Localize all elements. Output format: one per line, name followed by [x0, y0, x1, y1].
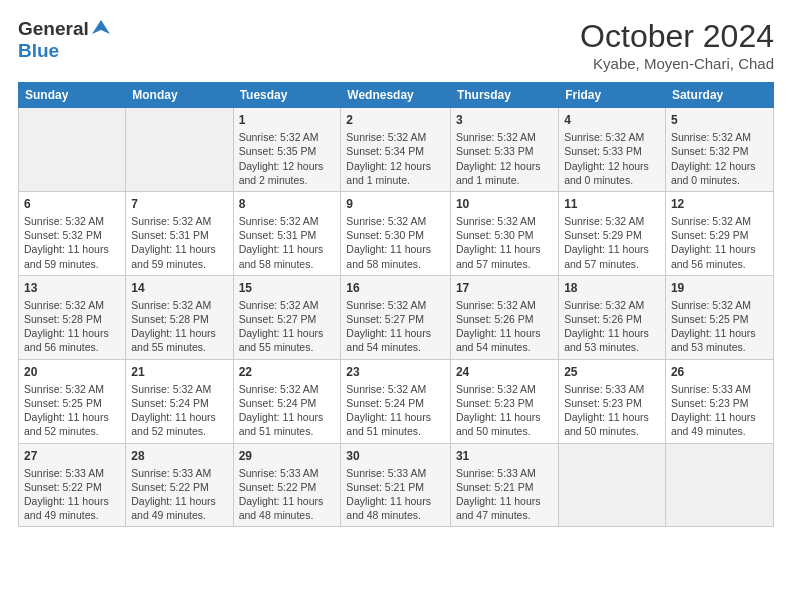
cell-details: Sunrise: 5:32 AMSunset: 5:32 PMDaylight:…	[671, 130, 768, 187]
day-header-sunday: Sunday	[19, 83, 126, 108]
calendar-cell: 17Sunrise: 5:32 AMSunset: 5:26 PMDayligh…	[450, 275, 558, 359]
day-header-wednesday: Wednesday	[341, 83, 451, 108]
day-number: 27	[24, 448, 120, 464]
cell-details: Sunrise: 5:32 AMSunset: 5:26 PMDaylight:…	[456, 298, 553, 355]
day-number: 30	[346, 448, 445, 464]
calendar-cell: 9Sunrise: 5:32 AMSunset: 5:30 PMDaylight…	[341, 191, 451, 275]
calendar-cell: 25Sunrise: 5:33 AMSunset: 5:23 PMDayligh…	[559, 359, 666, 443]
cell-details: Sunrise: 5:33 AMSunset: 5:21 PMDaylight:…	[346, 466, 445, 523]
svg-marker-0	[92, 20, 110, 34]
day-number: 16	[346, 280, 445, 296]
cell-details: Sunrise: 5:33 AMSunset: 5:21 PMDaylight:…	[456, 466, 553, 523]
day-header-friday: Friday	[559, 83, 666, 108]
day-number: 17	[456, 280, 553, 296]
day-number: 3	[456, 112, 553, 128]
logo-blue-text: Blue	[18, 40, 59, 61]
calendar-cell: 21Sunrise: 5:32 AMSunset: 5:24 PMDayligh…	[126, 359, 233, 443]
calendar-cell: 22Sunrise: 5:32 AMSunset: 5:24 PMDayligh…	[233, 359, 341, 443]
day-number: 19	[671, 280, 768, 296]
cell-details: Sunrise: 5:32 AMSunset: 5:30 PMDaylight:…	[456, 214, 553, 271]
calendar-cell: 6Sunrise: 5:32 AMSunset: 5:32 PMDaylight…	[19, 191, 126, 275]
calendar-cell: 11Sunrise: 5:32 AMSunset: 5:29 PMDayligh…	[559, 191, 666, 275]
cell-details: Sunrise: 5:32 AMSunset: 5:33 PMDaylight:…	[456, 130, 553, 187]
day-number: 29	[239, 448, 336, 464]
calendar-cell: 16Sunrise: 5:32 AMSunset: 5:27 PMDayligh…	[341, 275, 451, 359]
calendar-cell: 28Sunrise: 5:33 AMSunset: 5:22 PMDayligh…	[126, 443, 233, 527]
cell-details: Sunrise: 5:33 AMSunset: 5:23 PMDaylight:…	[564, 382, 660, 439]
cell-details: Sunrise: 5:32 AMSunset: 5:28 PMDaylight:…	[24, 298, 120, 355]
day-number: 7	[131, 196, 227, 212]
calendar-cell: 2Sunrise: 5:32 AMSunset: 5:34 PMDaylight…	[341, 108, 451, 192]
calendar-cell: 24Sunrise: 5:32 AMSunset: 5:23 PMDayligh…	[450, 359, 558, 443]
cell-details: Sunrise: 5:32 AMSunset: 5:35 PMDaylight:…	[239, 130, 336, 187]
day-number: 21	[131, 364, 227, 380]
day-number: 25	[564, 364, 660, 380]
calendar-body: 1Sunrise: 5:32 AMSunset: 5:35 PMDaylight…	[19, 108, 774, 527]
cell-details: Sunrise: 5:32 AMSunset: 5:30 PMDaylight:…	[346, 214, 445, 271]
cell-details: Sunrise: 5:32 AMSunset: 5:24 PMDaylight:…	[239, 382, 336, 439]
cell-details: Sunrise: 5:32 AMSunset: 5:29 PMDaylight:…	[671, 214, 768, 271]
cell-details: Sunrise: 5:33 AMSunset: 5:22 PMDaylight:…	[131, 466, 227, 523]
cell-details: Sunrise: 5:32 AMSunset: 5:28 PMDaylight:…	[131, 298, 227, 355]
calendar-week-1: 1Sunrise: 5:32 AMSunset: 5:35 PMDaylight…	[19, 108, 774, 192]
day-number: 11	[564, 196, 660, 212]
calendar-cell: 14Sunrise: 5:32 AMSunset: 5:28 PMDayligh…	[126, 275, 233, 359]
day-number: 18	[564, 280, 660, 296]
calendar-cell: 3Sunrise: 5:32 AMSunset: 5:33 PMDaylight…	[450, 108, 558, 192]
cell-details: Sunrise: 5:32 AMSunset: 5:34 PMDaylight:…	[346, 130, 445, 187]
cell-details: Sunrise: 5:32 AMSunset: 5:31 PMDaylight:…	[131, 214, 227, 271]
calendar-cell: 30Sunrise: 5:33 AMSunset: 5:21 PMDayligh…	[341, 443, 451, 527]
days-header-row: SundayMondayTuesdayWednesdayThursdayFrid…	[19, 83, 774, 108]
day-number: 20	[24, 364, 120, 380]
cell-details: Sunrise: 5:33 AMSunset: 5:22 PMDaylight:…	[24, 466, 120, 523]
day-number: 22	[239, 364, 336, 380]
day-number: 24	[456, 364, 553, 380]
day-number: 12	[671, 196, 768, 212]
day-header-tuesday: Tuesday	[233, 83, 341, 108]
cell-details: Sunrise: 5:32 AMSunset: 5:32 PMDaylight:…	[24, 214, 120, 271]
cell-details: Sunrise: 5:33 AMSunset: 5:23 PMDaylight:…	[671, 382, 768, 439]
logo-general-text: General	[18, 18, 89, 40]
calendar-cell: 5Sunrise: 5:32 AMSunset: 5:32 PMDaylight…	[665, 108, 773, 192]
cell-details: Sunrise: 5:32 AMSunset: 5:29 PMDaylight:…	[564, 214, 660, 271]
day-number: 31	[456, 448, 553, 464]
logo-bird-icon	[90, 17, 112, 39]
day-number: 5	[671, 112, 768, 128]
cell-details: Sunrise: 5:32 AMSunset: 5:24 PMDaylight:…	[346, 382, 445, 439]
cell-details: Sunrise: 5:33 AMSunset: 5:22 PMDaylight:…	[239, 466, 336, 523]
day-number: 8	[239, 196, 336, 212]
calendar-cell	[665, 443, 773, 527]
day-number: 9	[346, 196, 445, 212]
calendar-week-2: 6Sunrise: 5:32 AMSunset: 5:32 PMDaylight…	[19, 191, 774, 275]
calendar-cell: 19Sunrise: 5:32 AMSunset: 5:25 PMDayligh…	[665, 275, 773, 359]
cell-details: Sunrise: 5:32 AMSunset: 5:25 PMDaylight:…	[24, 382, 120, 439]
day-number: 13	[24, 280, 120, 296]
calendar-cell: 20Sunrise: 5:32 AMSunset: 5:25 PMDayligh…	[19, 359, 126, 443]
day-header-monday: Monday	[126, 83, 233, 108]
day-header-saturday: Saturday	[665, 83, 773, 108]
calendar-cell: 18Sunrise: 5:32 AMSunset: 5:26 PMDayligh…	[559, 275, 666, 359]
day-number: 1	[239, 112, 336, 128]
calendar-week-3: 13Sunrise: 5:32 AMSunset: 5:28 PMDayligh…	[19, 275, 774, 359]
cell-details: Sunrise: 5:32 AMSunset: 5:23 PMDaylight:…	[456, 382, 553, 439]
day-number: 10	[456, 196, 553, 212]
cell-details: Sunrise: 5:32 AMSunset: 5:27 PMDaylight:…	[239, 298, 336, 355]
calendar-cell	[559, 443, 666, 527]
calendar-cell: 31Sunrise: 5:33 AMSunset: 5:21 PMDayligh…	[450, 443, 558, 527]
cell-details: Sunrise: 5:32 AMSunset: 5:33 PMDaylight:…	[564, 130, 660, 187]
logo: General Blue	[18, 18, 112, 62]
page-header: General Blue October 2024 Kyabe, Moyen-C…	[18, 18, 774, 72]
calendar-week-5: 27Sunrise: 5:33 AMSunset: 5:22 PMDayligh…	[19, 443, 774, 527]
calendar-cell: 7Sunrise: 5:32 AMSunset: 5:31 PMDaylight…	[126, 191, 233, 275]
calendar-table: SundayMondayTuesdayWednesdayThursdayFrid…	[18, 82, 774, 527]
day-number: 4	[564, 112, 660, 128]
day-number: 28	[131, 448, 227, 464]
cell-details: Sunrise: 5:32 AMSunset: 5:31 PMDaylight:…	[239, 214, 336, 271]
day-number: 26	[671, 364, 768, 380]
calendar-cell: 13Sunrise: 5:32 AMSunset: 5:28 PMDayligh…	[19, 275, 126, 359]
calendar-header: SundayMondayTuesdayWednesdayThursdayFrid…	[19, 83, 774, 108]
calendar-cell: 1Sunrise: 5:32 AMSunset: 5:35 PMDaylight…	[233, 108, 341, 192]
day-number: 14	[131, 280, 227, 296]
calendar-cell: 8Sunrise: 5:32 AMSunset: 5:31 PMDaylight…	[233, 191, 341, 275]
cell-details: Sunrise: 5:32 AMSunset: 5:24 PMDaylight:…	[131, 382, 227, 439]
